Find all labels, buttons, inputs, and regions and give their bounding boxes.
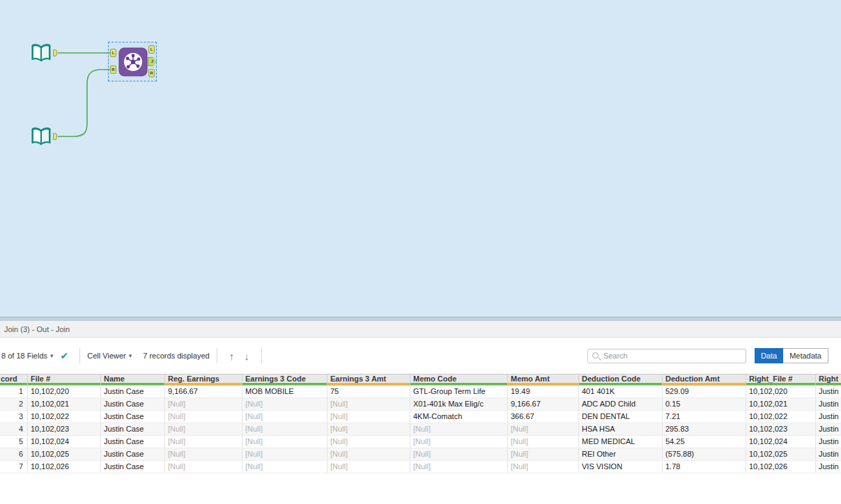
connection-input2-to-join[interactable] bbox=[58, 70, 111, 136]
table-cell[interactable]: 10,102,024 bbox=[746, 436, 816, 448]
table-cell[interactable]: GTL-Group Term Life bbox=[410, 386, 508, 397]
input-data-tool-1[interactable] bbox=[29, 42, 53, 65]
table-cell[interactable]: 10,102,026 bbox=[28, 461, 101, 473]
column-header[interactable]: Right bbox=[816, 375, 841, 385]
table-cell[interactable]: [Null] bbox=[410, 448, 508, 460]
table-row[interactable]: 410,102,023Justin Case[Null][Null][Null]… bbox=[0, 423, 841, 436]
table-cell[interactable]: 10,102,022 bbox=[28, 411, 101, 423]
input-data-tool-2[interactable] bbox=[29, 125, 53, 149]
search-input[interactable] bbox=[587, 349, 746, 363]
table-cell[interactable]: (575.88) bbox=[663, 448, 746, 460]
table-row[interactable]: 610,102,025Justin Case[Null][Null][Null]… bbox=[0, 448, 841, 461]
table-cell[interactable]: [Null] bbox=[242, 411, 327, 423]
table-cell[interactable]: 10,102,025 bbox=[746, 448, 816, 460]
chevron-down-icon[interactable]: ▾ bbox=[50, 352, 54, 359]
table-cell[interactable]: Justin Case bbox=[101, 448, 165, 460]
table-cell[interactable]: 7.21 bbox=[663, 411, 746, 423]
input1-output-anchor[interactable] bbox=[53, 49, 57, 56]
table-cell[interactable]: 366.67 bbox=[508, 411, 579, 423]
table-cell[interactable]: 401 401K bbox=[579, 386, 663, 397]
table-cell[interactable]: [Null] bbox=[410, 436, 508, 448]
table-cell[interactable]: [Null] bbox=[327, 411, 410, 423]
table-cell[interactable]: 10,102,022 bbox=[746, 411, 816, 423]
apply-check-icon[interactable]: ✔ bbox=[61, 350, 69, 361]
column-header[interactable]: Deduction Amt bbox=[663, 375, 746, 385]
table-cell[interactable]: Justin Case bbox=[101, 398, 165, 410]
join-input-anchor-L[interactable]: L bbox=[110, 49, 116, 57]
table-cell[interactable]: Justin bbox=[816, 448, 841, 460]
table-cell[interactable]: Justin Case bbox=[101, 461, 165, 473]
table-cell[interactable]: ADC ADD Child bbox=[579, 398, 663, 410]
table-cell[interactable]: [Null] bbox=[327, 448, 410, 460]
table-cell[interactable]: Justin bbox=[816, 436, 841, 448]
table-cell[interactable]: [Null] bbox=[242, 398, 327, 410]
table-cell[interactable]: [Null] bbox=[508, 461, 579, 473]
table-cell[interactable]: 10,102,021 bbox=[28, 398, 101, 410]
table-cell[interactable]: 10,102,026 bbox=[746, 461, 816, 473]
table-cell[interactable]: 4KM-Comatch bbox=[410, 411, 508, 423]
table-cell[interactable]: MOB MOBILE bbox=[242, 386, 327, 397]
table-cell[interactable]: [Null] bbox=[242, 423, 327, 435]
table-cell[interactable]: [Null] bbox=[327, 398, 410, 410]
table-row[interactable]: 210,102,021Justin Case[Null][Null][Null]… bbox=[0, 398, 841, 411]
table-cell[interactable]: Justin bbox=[816, 423, 841, 435]
table-cell[interactable]: [Null] bbox=[410, 423, 508, 435]
row-number-cell[interactable]: 2 bbox=[0, 398, 28, 410]
table-cell[interactable]: [Null] bbox=[165, 461, 242, 473]
table-cell[interactable]: 10,102,020 bbox=[28, 386, 101, 397]
column-header[interactable]: Memo Code bbox=[410, 375, 508, 385]
table-cell[interactable]: [Null] bbox=[508, 423, 579, 435]
row-number-cell[interactable]: 5 bbox=[0, 436, 28, 448]
table-cell[interactable]: [Null] bbox=[508, 436, 579, 448]
table-cell[interactable]: 295.83 bbox=[663, 423, 746, 435]
table-row[interactable]: 710,102,026Justin Case[Null][Null][Null]… bbox=[0, 461, 841, 473]
table-cell[interactable]: Justin Case bbox=[101, 436, 165, 448]
row-number-cell[interactable]: 3 bbox=[0, 411, 28, 423]
join-input-anchor-R[interactable]: R bbox=[110, 65, 116, 74]
table-cell[interactable]: 9,166.67 bbox=[165, 386, 242, 397]
table-cell[interactable]: DEN DENTAL bbox=[579, 411, 663, 423]
table-cell[interactable]: [Null] bbox=[242, 448, 327, 460]
table-cell[interactable]: Justin Case bbox=[101, 411, 165, 423]
table-cell[interactable]: [Null] bbox=[327, 461, 410, 473]
cell-viewer-dropdown[interactable]: Cell Viewer bbox=[87, 352, 125, 360]
table-cell[interactable]: X01-401k Max Elig/c bbox=[410, 398, 508, 410]
table-cell[interactable]: Justin Case bbox=[101, 386, 165, 397]
table-cell[interactable]: 0.15 bbox=[663, 398, 746, 410]
table-cell[interactable]: 9,166.67 bbox=[508, 398, 579, 410]
column-header[interactable]: Right_File # bbox=[746, 375, 816, 385]
join-output-anchor-L[interactable]: L bbox=[148, 45, 155, 54]
up-arrow-icon[interactable]: ↑ bbox=[229, 351, 235, 361]
row-number-cell[interactable]: 4 bbox=[0, 423, 28, 435]
column-header[interactable]: Name bbox=[101, 375, 165, 385]
table-cell[interactable]: HSA HSA bbox=[579, 423, 663, 435]
input2-output-anchor[interactable] bbox=[53, 133, 57, 140]
table-cell[interactable]: Justin bbox=[816, 411, 841, 423]
table-row[interactable]: 510,102,024Justin Case[Null][Null][Null]… bbox=[0, 436, 841, 448]
table-cell[interactable]: Justin bbox=[816, 398, 841, 410]
column-header[interactable]: Memo Amt bbox=[508, 375, 579, 385]
column-header[interactable]: Deduction Code bbox=[579, 375, 663, 385]
table-cell[interactable]: 10,102,024 bbox=[28, 436, 101, 448]
table-cell[interactable]: [Null] bbox=[410, 461, 508, 473]
table-cell[interactable]: [Null] bbox=[327, 436, 410, 448]
column-header[interactable]: Reg. Earnings bbox=[165, 375, 242, 385]
table-cell[interactable]: 54.25 bbox=[663, 436, 746, 448]
table-cell[interactable]: VIS VISION bbox=[579, 461, 663, 473]
table-cell[interactable]: [Null] bbox=[165, 436, 242, 448]
table-cell[interactable]: [Null] bbox=[242, 461, 327, 473]
table-cell[interactable]: 10,102,025 bbox=[28, 448, 101, 460]
table-cell[interactable]: 19.49 bbox=[508, 386, 579, 397]
row-number-cell[interactable]: 1 bbox=[0, 386, 28, 397]
column-header[interactable]: cord bbox=[0, 375, 28, 385]
table-cell[interactable]: [Null] bbox=[165, 398, 242, 410]
table-cell[interactable]: REI Other bbox=[579, 448, 663, 460]
table-cell[interactable]: Justin Case bbox=[101, 423, 165, 435]
table-row[interactable]: 110,102,020Justin Case9,166.67MOB MOBILE… bbox=[0, 386, 841, 398]
workflow-canvas[interactable]: L R L J R bbox=[0, 0, 841, 317]
table-cell[interactable]: 1.78 bbox=[663, 461, 746, 473]
down-arrow-icon[interactable]: ↓ bbox=[244, 351, 249, 361]
table-cell[interactable]: 529.09 bbox=[663, 386, 746, 397]
row-number-cell[interactable]: 6 bbox=[0, 448, 28, 460]
table-cell[interactable]: MED MEDICAL bbox=[579, 436, 663, 448]
